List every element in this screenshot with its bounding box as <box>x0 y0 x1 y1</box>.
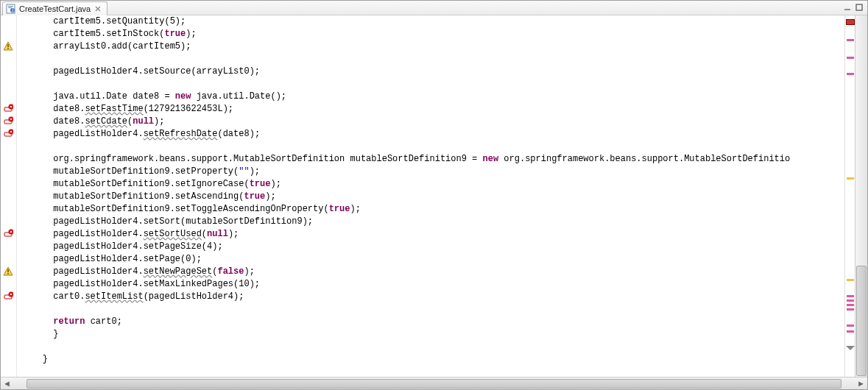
overview-marker[interactable] <box>847 308 854 311</box>
overview-ruler[interactable] <box>844 15 855 377</box>
overview-marker[interactable] <box>847 325 854 327</box>
vertical-scrollbar[interactable] <box>855 15 867 377</box>
svg-rect-6 <box>7 44 9 47</box>
vertical-scrollbar-thumb[interactable] <box>856 266 867 376</box>
svg-rect-7 <box>7 48 9 49</box>
overview-marker[interactable] <box>847 295 854 297</box>
horizontal-scrollbar-track[interactable] <box>13 378 855 389</box>
scroll-left-icon[interactable]: ◄ <box>1 378 13 389</box>
overview-error-indicator[interactable] <box>846 19 855 25</box>
overview-marker[interactable] <box>847 279 854 281</box>
svg-rect-16 <box>7 269 9 272</box>
source-code[interactable]: cartItem5.setQuantity(5); cartItem5.setI… <box>17 15 844 366</box>
horizontal-scrollbar-thumb[interactable] <box>27 379 841 389</box>
error-marker-icon[interactable] <box>3 104 13 114</box>
error-marker-icon[interactable] <box>3 116 13 127</box>
tab-title: CreateTestCart.java <box>19 4 91 13</box>
code-area[interactable]: cartItem5.setQuantity(5); cartItem5.setI… <box>17 15 844 377</box>
close-icon[interactable] <box>93 4 102 13</box>
editor-body: cartItem5.setQuantity(5); cartItem5.setI… <box>1 15 867 377</box>
maximize-icon[interactable] <box>854 2 864 13</box>
editor-frame: J CreateTestCart.java cartItem5.setQuant… <box>0 0 868 390</box>
overview-marker[interactable] <box>847 304 854 306</box>
error-marker-icon[interactable] <box>3 291 13 302</box>
overview-caret-icon[interactable] <box>846 343 855 347</box>
error-marker-icon[interactable] <box>3 129 13 139</box>
overview-marker[interactable] <box>847 73 854 75</box>
overview-marker[interactable] <box>847 177 854 180</box>
error-marker-icon[interactable] <box>3 229 13 239</box>
scroll-right-icon[interactable]: ► <box>855 378 867 389</box>
overview-marker[interactable] <box>847 330 854 333</box>
overview-marker[interactable] <box>847 57 854 59</box>
file-tab[interactable]: J CreateTestCart.java <box>2 1 107 15</box>
horizontal-scrollbar[interactable]: ◄ ► <box>1 377 867 389</box>
tab-bar: J CreateTestCart.java <box>1 1 867 15</box>
overview-marker[interactable] <box>847 39 854 41</box>
warning-marker-icon[interactable] <box>3 266 13 277</box>
svg-rect-1 <box>8 6 13 7</box>
java-file-icon: J <box>6 4 16 14</box>
gutter[interactable] <box>1 15 17 377</box>
overview-marker[interactable] <box>847 299 854 302</box>
svg-rect-5 <box>856 4 862 10</box>
minimize-icon[interactable] <box>842 2 853 13</box>
window-controls <box>842 2 864 13</box>
warning-marker-icon[interactable] <box>3 41 13 52</box>
svg-rect-17 <box>7 273 9 274</box>
